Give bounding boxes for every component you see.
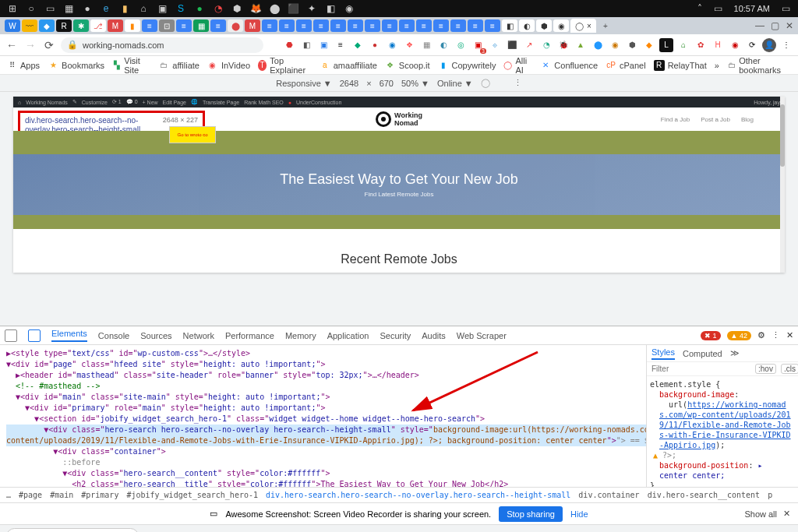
tab-icon[interactable]: ⊡ bbox=[159, 19, 175, 32]
bookmark-item[interactable]: ★Bookmarks bbox=[48, 60, 104, 71]
tab-webscraper[interactable]: Web Scraper bbox=[457, 331, 507, 340]
other-bookmarks[interactable]: 🗀Other bookmarks bbox=[727, 56, 792, 75]
tab-icon[interactable]: R bbox=[56, 19, 72, 32]
warning-badge[interactable]: ▲ 42 bbox=[727, 331, 751, 340]
explorer-icon[interactable]: ▮ bbox=[118, 2, 132, 16]
tab-icon[interactable]: ⬢ bbox=[536, 19, 552, 32]
tab-icon[interactable]: M bbox=[245, 19, 260, 32]
ext-icon[interactable]: ⌂ bbox=[676, 38, 690, 52]
tab-icon[interactable]: 〰 bbox=[22, 19, 37, 32]
ext-icon[interactable]: ◐ bbox=[436, 38, 450, 52]
ext-icon[interactable]: 🐞 bbox=[556, 38, 570, 52]
tab-icon[interactable]: ≡ bbox=[330, 19, 346, 32]
bookmark-item[interactable]: ◉InVideo bbox=[207, 60, 250, 71]
ad-placeholder[interactable]: Go to wroto co bbox=[169, 126, 216, 143]
new-tab-button[interactable]: + bbox=[598, 19, 613, 32]
site-nav[interactable]: Find a JobPost a JobBlog bbox=[661, 116, 754, 123]
tab-icon[interactable]: ▮ bbox=[125, 19, 140, 32]
tab-icon[interactable]: ≡ bbox=[142, 19, 157, 32]
ext-icon[interactable]: L bbox=[659, 38, 673, 52]
battery-icon[interactable]: ▭ bbox=[711, 2, 726, 16]
back-button[interactable]: ← bbox=[5, 38, 19, 52]
app-icon[interactable]: ⬛ bbox=[286, 2, 300, 16]
chrome-icon[interactable]: ◉ bbox=[342, 2, 356, 16]
tab-icon[interactable]: ▦ bbox=[193, 19, 209, 32]
styles-filter-input[interactable] bbox=[651, 365, 750, 373]
devtools-settings-icon[interactable]: ⚙ bbox=[757, 330, 765, 340]
tab-application[interactable]: Application bbox=[327, 331, 369, 340]
tab-icon[interactable]: ◐ bbox=[519, 19, 535, 32]
app-icon[interactable]: ◔ bbox=[211, 2, 225, 16]
throttle-dropdown[interactable]: Online ▼ bbox=[437, 79, 473, 88]
bookmark-item[interactable]: ◯Alli AI bbox=[503, 56, 532, 75]
spotify-icon[interactable]: ● bbox=[192, 2, 207, 16]
bookmark-item[interactable]: RRelayThat bbox=[654, 60, 707, 71]
zoom-dropdown[interactable]: 50% ▼ bbox=[401, 79, 429, 88]
tray-up-icon[interactable]: ˄ bbox=[693, 2, 707, 16]
ext-icon[interactable]: ▣3 bbox=[471, 38, 485, 52]
tab-icon[interactable]: ⎇ bbox=[90, 19, 106, 32]
hov-toggle[interactable]: :hov bbox=[755, 364, 776, 374]
ext-icon[interactable]: ◉ bbox=[608, 38, 622, 52]
tab-icon[interactable]: ≡ bbox=[262, 19, 277, 32]
app-icon[interactable]: ⌂ bbox=[136, 2, 150, 16]
app-icon[interactable]: ⬢ bbox=[230, 2, 244, 16]
app-icon[interactable]: ● bbox=[80, 2, 94, 16]
show-all-downloads[interactable]: Show all bbox=[744, 509, 777, 519]
tab-icon[interactable]: ≡ bbox=[313, 19, 329, 32]
tab-console[interactable]: Console bbox=[98, 331, 129, 340]
notifications-icon[interactable]: ▭ bbox=[779, 2, 793, 16]
ext-icon[interactable]: ⬣ bbox=[282, 38, 296, 52]
tab-icon[interactable]: W bbox=[5, 19, 20, 32]
tab-icon[interactable]: ⬤ bbox=[228, 19, 243, 32]
tab-icon[interactable]: ≡ bbox=[176, 19, 192, 32]
forward-button[interactable]: → bbox=[23, 38, 37, 52]
tab-close-icon[interactable]: × bbox=[587, 22, 591, 30]
ext-icon[interactable]: ↗ bbox=[522, 38, 536, 52]
tab-icon[interactable]: ◉ bbox=[553, 19, 569, 32]
ext-icon[interactable]: ⬤ bbox=[591, 38, 605, 52]
tab-icon[interactable]: ≡ bbox=[382, 19, 397, 32]
bookmark-item[interactable]: ▮Copywritely bbox=[438, 60, 496, 71]
avatar-icon[interactable]: 👤 bbox=[762, 38, 776, 52]
bookmark-item[interactable]: TTop Explainer bbox=[258, 56, 312, 75]
dom-tree[interactable]: ▶<style type="text/css" id="wp-custom-cs… bbox=[0, 345, 646, 487]
app-icon[interactable]: ▦ bbox=[62, 2, 76, 16]
devtools-close-icon[interactable]: ✕ bbox=[786, 330, 793, 340]
tab-icon[interactable]: ≡ bbox=[433, 19, 449, 32]
window-maximize-icon[interactable]: ▢ bbox=[771, 20, 779, 31]
tab-icon[interactable]: ≡ bbox=[210, 19, 226, 32]
ext-icon[interactable]: ◉ bbox=[728, 38, 742, 52]
bookmark-item[interactable]: ▚Visit Site bbox=[112, 56, 150, 75]
apps-button[interactable]: ⠿Apps bbox=[6, 60, 40, 71]
hide-share-button[interactable]: Hide bbox=[570, 509, 588, 519]
devtools-menu-icon[interactable]: ⋮ bbox=[772, 330, 780, 340]
ext-icon[interactable]: ◎ bbox=[454, 38, 468, 52]
bookmark-item[interactable]: aamaaffiliate bbox=[320, 60, 377, 71]
inspect-element-icon[interactable] bbox=[5, 329, 17, 342]
wp-admin-bar[interactable]: ⌂Working Nomads ✎Customize ⟳ 1 💬 0 + New… bbox=[13, 97, 785, 107]
ext-icon[interactable]: ◆ bbox=[351, 38, 365, 52]
device-mode-icon[interactable] bbox=[28, 329, 41, 342]
device-height[interactable]: 670 bbox=[380, 79, 394, 88]
cortana-icon[interactable]: ○ bbox=[24, 2, 38, 16]
styles-tabs-more[interactable]: ≫ bbox=[730, 348, 740, 358]
viewport-scrollbar[interactable] bbox=[780, 97, 785, 273]
ext-icon[interactable]: ⟐ bbox=[488, 38, 502, 52]
ext-icon[interactable]: ◆ bbox=[642, 38, 656, 52]
tab-sources[interactable]: Sources bbox=[140, 331, 171, 340]
ext-icon[interactable]: ✿ bbox=[694, 38, 708, 52]
active-tab[interactable]: ◯ × bbox=[570, 19, 596, 33]
tab-icon[interactable]: ≡ bbox=[296, 19, 312, 32]
tab-icon[interactable]: ≡ bbox=[365, 19, 380, 32]
tab-icon[interactable]: ≡ bbox=[450, 19, 466, 32]
window-close-icon[interactable]: ✕ bbox=[786, 20, 793, 31]
skype-icon[interactable]: S bbox=[174, 2, 188, 16]
tab-icon[interactable]: ≡ bbox=[348, 19, 363, 32]
firefox-icon[interactable]: 🦊 bbox=[249, 2, 263, 16]
taskview-icon[interactable]: ▭ bbox=[43, 2, 57, 16]
edge-icon[interactable]: e bbox=[99, 2, 113, 16]
tab-memory[interactable]: Memory bbox=[285, 331, 316, 340]
tab-icon[interactable]: ◆ bbox=[39, 19, 55, 32]
ext-icon[interactable]: ❖ bbox=[402, 38, 416, 52]
